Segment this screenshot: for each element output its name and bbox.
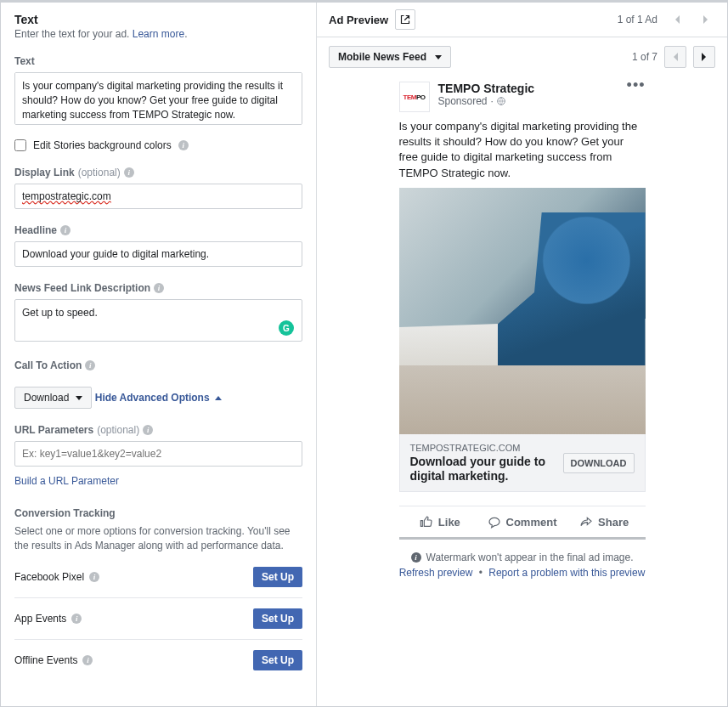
open-preview-button[interactable] (395, 9, 415, 30)
info-icon[interactable]: i (89, 572, 99, 582)
cta-label: Call To Action i (14, 359, 302, 371)
setup-appevents-button[interactable]: Set Up (253, 608, 302, 629)
headline-label: Headline i (14, 224, 302, 236)
info-icon: i (411, 552, 421, 563)
facebook-pixel-label: Facebook Pixel i (14, 571, 99, 583)
page-avatar[interactable]: TEMPO (399, 82, 430, 112)
url-params-label: URL Parameters (optional) i (14, 424, 302, 436)
info-icon[interactable]: i (143, 425, 153, 435)
globe-icon (497, 97, 505, 105)
nf-desc-label: News Feed Link Description i (14, 282, 302, 294)
grammarly-icon[interactable]: G (279, 320, 294, 336)
text-section-subtitle: Enter the text for your ad. Learn more. (14, 28, 302, 40)
ad-link-card[interactable]: TEMPOSTRATEGIC.COM Download your guide t… (399, 434, 646, 493)
ad-headline: Download your guide to digital marketing… (410, 455, 555, 484)
ad-count-label: 1 of 1 Ad (618, 14, 657, 25)
watermark-note: i Watermark won't appear in the final ad… (399, 551, 646, 563)
offline-events-label: Offline Events i (14, 654, 93, 666)
url-params-input[interactable] (14, 441, 302, 467)
ad-cta-button[interactable]: DOWNLOAD (563, 453, 635, 473)
display-link-input[interactable]: tempostrategic.com (14, 184, 302, 209)
chevron-down-icon (435, 55, 442, 59)
share-button[interactable]: Share (563, 512, 646, 532)
post-menu-button[interactable]: ••• (627, 82, 646, 89)
advanced-options-toggle[interactable]: Hide Advanced Options (95, 392, 222, 404)
ad-preview-card: TEMPO TEMPO Strategic Sponsored· ••• Is … (399, 82, 646, 579)
app-events-label: App Events i (14, 613, 82, 625)
preview-header: Ad Preview 1 of 1 Ad (317, 3, 727, 37)
page-name-link[interactable]: TEMPO Strategic (438, 82, 535, 95)
share-icon (579, 515, 593, 529)
chevron-down-icon (76, 396, 82, 400)
prev-ad-button[interactable] (668, 10, 686, 29)
sponsored-label: Sponsored· (438, 95, 535, 107)
ad-post-text: Is your company's digital marketing prov… (399, 119, 646, 181)
feed-type-select[interactable]: Mobile News Feed (329, 46, 451, 68)
headline-input[interactable] (14, 241, 302, 267)
info-icon[interactable]: i (82, 655, 93, 665)
ad-text-textarea[interactable]: Is your company's digital marketing prov… (14, 72, 302, 125)
info-icon[interactable]: i (178, 140, 189, 150)
setup-pixel-button[interactable]: Set Up (253, 567, 302, 587)
report-problem-link[interactable]: Report a problem with this preview (488, 567, 645, 579)
ad-domain: TEMPOSTRATEGIC.COM (410, 443, 555, 453)
chevron-up-icon (215, 396, 222, 400)
post-actions-bar: Like Comment Share (399, 506, 646, 540)
preview-next-button[interactable] (693, 46, 715, 68)
conversion-tracking-desc: Select one or more options for conversio… (14, 524, 302, 553)
edit-stories-label: Edit Stories background colors (33, 139, 172, 151)
ad-image (399, 188, 646, 434)
like-icon (420, 515, 433, 529)
edit-stories-checkbox[interactable]: Edit Stories background colors i (14, 139, 302, 151)
nf-desc-textarea[interactable]: Get up to speed. (14, 299, 302, 342)
comment-button[interactable]: Comment (481, 512, 563, 532)
info-icon[interactable]: i (124, 167, 134, 178)
right-panel: Ad Preview 1 of 1 Ad Mobile News Feed (317, 3, 727, 706)
text-field-label: Text (14, 55, 302, 67)
learn-more-link[interactable]: Learn more (133, 28, 184, 40)
info-icon[interactable]: i (85, 360, 95, 370)
left-panel: Text Enter the text for your ad. Learn m… (1, 3, 317, 706)
edit-stories-checkbox-input[interactable] (14, 139, 26, 151)
build-url-link[interactable]: Build a URL Parameter (14, 475, 119, 487)
text-section-title: Text (14, 13, 302, 26)
info-icon[interactable]: i (60, 225, 71, 235)
preview-prev-button[interactable] (664, 46, 686, 68)
display-link-label: Display Link (optional) i (14, 167, 302, 178)
info-icon[interactable]: i (71, 614, 82, 624)
info-icon[interactable]: i (154, 283, 164, 293)
preview-page-label: 1 of 7 (632, 51, 657, 63)
like-button[interactable]: Like (399, 512, 482, 532)
setup-offline-button[interactable]: Set Up (253, 650, 302, 670)
cta-select[interactable]: Download (14, 387, 92, 409)
preview-subbar: Mobile News Feed 1 of 7 (317, 37, 727, 76)
next-ad-button[interactable] (697, 10, 715, 29)
ad-preview-label: Ad Preview (329, 14, 388, 26)
refresh-preview-link[interactable]: Refresh preview (399, 567, 473, 579)
conversion-tracking-heading: Conversion Tracking (14, 507, 302, 519)
comment-icon (488, 515, 501, 529)
